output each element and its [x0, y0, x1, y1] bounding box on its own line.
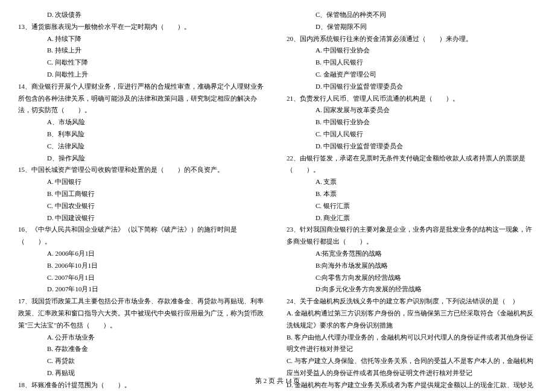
- q12-option-d: D. 次级债券: [18, 9, 268, 21]
- q13-option-c: C. 间歇性下降: [18, 57, 268, 69]
- q15: 15、中国长城资产管理公司收购管理和处置的是（ ）的不良资产。: [18, 164, 268, 176]
- q24-option-a: A. 金融机构通过第三方识别客户身份的，应当确保第三方已经采取符合《金融机构反洗…: [287, 308, 537, 332]
- q19-option-d: D、保管期限不同: [287, 21, 537, 33]
- q17-option-b: B. 存款准备金: [18, 343, 268, 355]
- q20-option-a: A. 中国银行业协会: [287, 45, 537, 57]
- q16-option-a: A. 2006年6月1日: [18, 248, 268, 260]
- q24-option-b: B. 客户由他人代理办理业务的，金融机构可以只对代理人的身份证件或者其他身份证明…: [287, 332, 537, 356]
- q16: 16、《中华人民共和国企业破产法》（以下简称《破产法》）的施行时间是（ ）。: [18, 224, 268, 248]
- q20-option-c: C. 金融资产管理公司: [287, 69, 537, 81]
- q16-option-b: B. 2006年10月1日: [18, 260, 268, 272]
- q13-option-b: B. 持续上升: [18, 45, 268, 57]
- q21-option-a: A. 国家发展与改革委员会: [287, 104, 537, 116]
- q15-option-d: D. 中国建设银行: [18, 212, 268, 224]
- q20-option-b: B. 中国人民银行: [287, 57, 537, 69]
- q17: 17、我国货币政策工具主要包括公开市场业务、存款准备金、再贷款与再贴现、利率政策…: [18, 296, 268, 331]
- q23-option-c: C:向零售方向发展的经营战略: [287, 272, 537, 284]
- q22-option-a: A. 支票: [287, 176, 537, 188]
- q14-option-b: B、利率风险: [18, 128, 268, 141]
- q21-option-b: B. 中国银行业协会: [287, 116, 537, 128]
- q15-option-c: C. 中国农业银行: [18, 200, 268, 212]
- q16-option-c: C. 2007年6月1日: [18, 272, 268, 284]
- q15-option-b: B. 中国工商银行: [18, 188, 268, 200]
- q14: 14、商业银行开展个人理财业务，应进行严格的合规性审查，准确界定个人理财业务所包…: [18, 81, 268, 116]
- q13-option-d: D. 间歇性上升: [18, 69, 268, 81]
- two-column-layout: D. 次级债券 13、通货膨胀表现为一般物价水平在一定时期内（ ）。 A. 持续…: [18, 9, 537, 392]
- q14-option-a: A、市场风险: [18, 116, 268, 128]
- q21-option-d: D. 中国银行业监督管理委员会: [287, 141, 537, 153]
- left-column: D. 次级债券 13、通货膨胀表现为一般物价水平在一定时期内（ ）。 A. 持续…: [18, 9, 268, 392]
- q23: 23、针对我国商业银行的主要对象是企业，业务内容是批发业务的结构这一现象，许多商…: [287, 224, 537, 248]
- q16-option-d: D. 2007年10月1日: [18, 283, 268, 296]
- q22-option-d: D. 商业汇票: [287, 212, 537, 224]
- page-footer: 第 2 页 共 14 页: [0, 375, 555, 387]
- q21-option-c: C. 中国人民银行: [287, 128, 537, 141]
- q20: 20、国内跨系统银行往来的资金清算必须通过（ ）来办理。: [287, 33, 537, 45]
- q23-option-a: A:拓宽业务范围的战略: [287, 248, 537, 260]
- q19-option-c: C、保管物品的种类不同: [287, 9, 537, 21]
- q17-option-a: A. 公开市场业务: [18, 332, 268, 344]
- q23-option-b: B:向海外市场发展的战略: [287, 260, 537, 272]
- q14-option-d: D、操作风险: [18, 153, 268, 165]
- q22-option-b: B. 本票: [287, 188, 537, 200]
- q14-option-c: C、法律风险: [18, 141, 268, 153]
- q13: 13、通货膨胀表现为一般物价水平在一定时期内（ ）。: [18, 21, 268, 33]
- q20-option-d: D. 中国银行业监督管理委员会: [287, 81, 537, 93]
- q15-option-a: A. 中国银行: [18, 176, 268, 188]
- q24: 24、关于金融机构反洗钱义务中的建立客户识别制度，下列说法错误的是（ ）: [287, 296, 537, 308]
- q23-option-d: D:向多元化业务方向发展的经营战略: [287, 283, 537, 296]
- q17-option-c: C. 再贷款: [18, 355, 268, 367]
- q22-option-c: C. 银行汇票: [287, 200, 537, 212]
- q13-option-a: A. 持续下降: [18, 33, 268, 45]
- right-column: C、保管物品的种类不同 D、保管期限不同 20、国内跨系统银行往来的资金清算必须…: [287, 9, 537, 392]
- q21: 21、负责发行人民币、管理人民币流通的机构是（ ）。: [287, 93, 537, 105]
- q22: 22、由银行签发，承诺在见票时无条件支付确定金额给收款人或者持票人的票据是（ ）…: [287, 153, 537, 177]
